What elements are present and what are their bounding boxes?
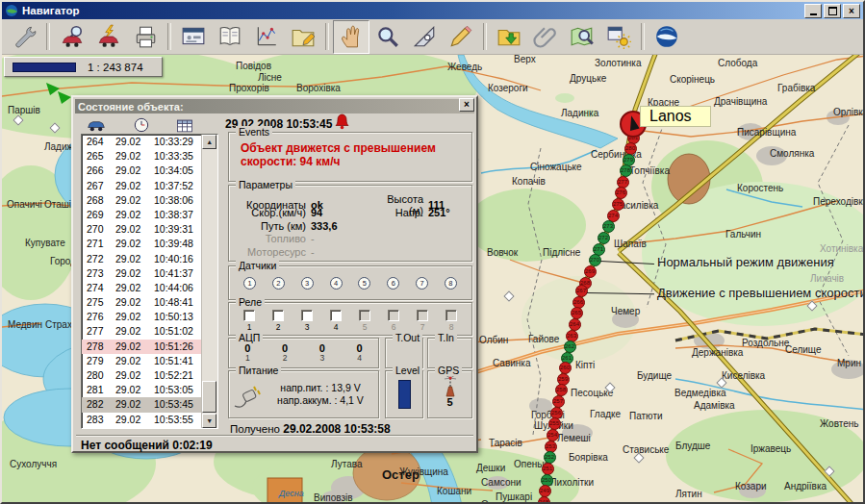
map-label: Ладинка — [561, 109, 598, 118]
list-item[interactable]: 27129.0210:39:48 — [82, 237, 201, 251]
toolbar-button-day-night[interactable] — [600, 20, 637, 54]
scroll-thumb[interactable] — [202, 381, 216, 413]
table-icon[interactable] — [175, 117, 194, 135]
clock-icon[interactable] — [132, 116, 151, 134]
toolbar-button-reports[interactable] — [212, 20, 248, 54]
list-item[interactable]: 26429.0210:33:29 — [82, 135, 201, 149]
toolbar-button-pan-hand[interactable] — [333, 20, 369, 54]
list-item[interactable]: 26729.0210:37:52 — [82, 179, 201, 193]
toolbar-button-map-search[interactable] — [564, 20, 600, 54]
list-item[interactable]: 26929.0210:38:37 — [82, 208, 201, 222]
toolbar-button-export[interactable] — [491, 20, 527, 54]
map-label: Патюти — [629, 412, 663, 421]
window-titlebar[interactable]: Навигатор × — [2, 2, 863, 19]
gps-group: GPS 5 — [427, 370, 472, 418]
minimize-button[interactable] — [804, 4, 822, 18]
list-item[interactable]: 27729.0210:51:02 — [82, 324, 201, 339]
list-item[interactable]: 27029.0210:39:31 — [82, 222, 201, 237]
list-item[interactable]: 27329.0210:41:37 — [82, 266, 201, 281]
relay-checkbox[interactable] — [445, 310, 457, 321]
track-point[interactable]: 248 — [538, 496, 550, 504]
track-point[interactable]: 269 — [584, 265, 597, 278]
msg-number: 267 — [82, 179, 115, 193]
track-point[interactable]: 257 — [552, 395, 565, 408]
list-item[interactable]: 27629.0210:50:13 — [82, 310, 201, 324]
track-point[interactable]: 276 — [615, 187, 627, 199]
relay-checkbox[interactable] — [243, 310, 255, 321]
relay-checkbox[interactable] — [330, 310, 342, 321]
map-label: Адамівка — [694, 401, 735, 411]
toolbar-button-measure[interactable] — [406, 20, 443, 54]
track-point[interactable]: 258 — [555, 384, 568, 396]
track-point[interactable]: 272 — [598, 232, 610, 244]
relay-checkbox[interactable] — [359, 310, 370, 321]
track-point[interactable]: 280 — [624, 142, 637, 155]
list-item[interactable]: 27829.0210:51:26 — [82, 340, 201, 354]
track-point[interactable]: 255 — [548, 417, 561, 430]
scroll-up-button[interactable]: ▲ — [202, 135, 216, 149]
dialog-close-button[interactable]: × — [459, 98, 474, 112]
track-point[interactable]: 251 — [542, 463, 554, 475]
track-point[interactable]: 260 — [559, 362, 572, 374]
map-label: Олбин — [479, 336, 508, 345]
sensor-indicator: 4 — [330, 277, 343, 290]
list-item[interactable]: 28129.0210:53:05 — [82, 383, 201, 397]
track-point[interactable]: 252 — [544, 451, 556, 464]
map-label: Орлівка — [833, 108, 865, 117]
toolbar-button-edit-map[interactable] — [285, 20, 321, 54]
toolbar-button-attach[interactable] — [527, 20, 564, 54]
toolbar-button-wrench[interactable] — [6, 20, 42, 54]
toolbar-button-draw[interactable] — [443, 20, 479, 54]
track-point[interactable]: 249 — [539, 485, 551, 497]
relay-checkbox[interactable] — [417, 310, 428, 321]
map-label: Слобода — [718, 59, 757, 68]
msg-date: 29.02 — [115, 179, 154, 193]
toolbar-button-vehicle-alarm[interactable] — [90, 20, 127, 54]
list-item[interactable]: 26829.0210:38:06 — [82, 193, 201, 208]
list-item[interactable]: 26629.0210:34:05 — [82, 164, 201, 178]
relay-checkbox[interactable] — [388, 310, 399, 321]
toolbar-button-google-earth[interactable] — [649, 20, 685, 54]
track-point[interactable]: 265 — [571, 307, 583, 319]
scroll-down-button[interactable]: ▼ — [202, 414, 216, 428]
track-point[interactable]: 273 — [602, 220, 615, 233]
vehicle-icon[interactable] — [87, 116, 106, 134]
track-point[interactable]: 278 — [620, 164, 632, 177]
close-button[interactable]: × — [843, 4, 860, 18]
relay-checkbox[interactable] — [272, 310, 284, 321]
list-item[interactable]: 28329.0210:53:55 — [82, 413, 201, 427]
list-item[interactable]: 27929.0210:51:41 — [82, 354, 201, 368]
list-item[interactable]: 27229.0210:40:16 — [82, 252, 201, 266]
list-item[interactable]: 27529.0210:48:41 — [82, 295, 201, 310]
object-state-dialog: Состояние объекта: × 29.02.2008 10:53:45… — [71, 95, 478, 453]
map-label: Іржавець — [751, 444, 791, 454]
toolbar-button-zoom[interactable] — [369, 20, 406, 54]
vehicle-label[interactable]: Lanos — [640, 106, 711, 127]
track-point[interactable]: 254 — [547, 429, 559, 441]
toolbar-button-control-panel[interactable] — [175, 20, 212, 54]
list-item[interactable]: 28029.0210:52:21 — [82, 368, 201, 383]
track-point[interactable]: 267 — [575, 285, 588, 297]
map-label: Тарасів — [489, 439, 522, 448]
list-item[interactable]: 28229.0210:53:45 — [82, 397, 201, 412]
track-point[interactable]: 264 — [569, 318, 581, 331]
track-point[interactable]: 275 — [612, 198, 624, 211]
toolbar-button-chart[interactable] — [248, 20, 285, 54]
map-label: Андріївка — [784, 482, 827, 491]
track-point[interactable]: 262 — [564, 340, 576, 353]
restore-button[interactable] — [824, 4, 841, 18]
param-value: 333,6 — [306, 220, 381, 232]
zoom-icon — [375, 24, 400, 49]
track-point[interactable]: 270 — [589, 254, 601, 266]
relay-checkbox[interactable] — [301, 310, 313, 321]
relays-row: 12345678 — [229, 303, 471, 332]
scrollbar[interactable]: ▲ ▼ — [201, 135, 217, 428]
toolbar-button-print[interactable] — [127, 20, 164, 54]
toolbar-button-find-vehicle[interactable] — [54, 20, 90, 54]
dialog-titlebar[interactable]: Состояние объекта: — [75, 99, 474, 113]
map-label: Копачів — [512, 177, 546, 187]
adc-channel: 04 — [357, 343, 363, 363]
list-item[interactable]: 27429.0210:44:06 — [82, 281, 201, 295]
list-item[interactable]: 26529.0210:33:35 — [82, 149, 201, 164]
status-text: Нет сообщений 0:02:19 — [81, 439, 213, 452]
